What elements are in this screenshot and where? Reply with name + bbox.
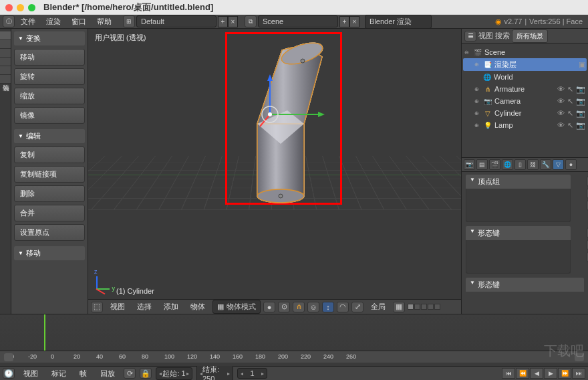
mode-dropdown[interactable]: ▦物体模式 (212, 300, 261, 314)
tl-menu-view[interactable]: 视图 (19, 367, 43, 380)
layer-buttons[interactable] (408, 304, 440, 310)
prop-tab-world[interactable]: 🌐 (502, 159, 513, 170)
vertex-groups-list[interactable] (466, 189, 571, 222)
edit-section-header[interactable]: 编辑 (14, 129, 85, 143)
prop-tab-object[interactable]: ▯ (514, 159, 526, 170)
keyframe-next-button[interactable]: ⏩ (558, 368, 571, 379)
shape-keys-header[interactable]: 形态键 (466, 226, 571, 240)
tab-physics[interactable]: 物理 (0, 66, 11, 75)
scale-button[interactable]: 缩放 (14, 88, 85, 104)
scene-dropdown[interactable]: Scene (258, 15, 338, 27)
editor-type-icon[interactable]: ⓘ (3, 15, 15, 27)
render-icon[interactable]: 📷 (576, 85, 585, 94)
mesh-cylinder[interactable] (234, 37, 341, 212)
tl-menu-marker[interactable]: 标记 (47, 367, 71, 380)
tree-item-camera[interactable]: ⊕ 📷 Camera 👁↖📷 (463, 95, 587, 107)
shape-keys-header-2[interactable]: 形态键 (466, 278, 584, 292)
render-icon[interactable]: 📷 (576, 121, 585, 130)
layout-back-icon[interactable]: ⊞ (123, 15, 135, 27)
layout-add-button[interactable]: + (218, 16, 228, 27)
cursor-icon[interactable]: ↖ (567, 121, 573, 130)
start-frame-input[interactable]: ◂起始: 1▸ (156, 367, 192, 380)
close-icon[interactable] (5, 4, 13, 11)
vp-menu-select[interactable]: 选择 (132, 300, 156, 313)
current-frame-input[interactable]: ◂1▸ (237, 368, 267, 379)
tree-item-world[interactable]: 🌐 World (463, 71, 587, 83)
duplicate-button[interactable]: 复制 (14, 147, 85, 163)
vp-menu-object[interactable]: 物体 (186, 300, 210, 313)
lock-icon[interactable]: 🔒 (140, 368, 152, 379)
play-reverse-button[interactable]: ◀ (530, 368, 543, 379)
translate-button[interactable]: 移动 (14, 49, 85, 66)
minimize-icon[interactable] (17, 4, 24, 11)
play-button[interactable]: ▶ (544, 368, 557, 379)
pivot-icon[interactable]: ⊙ (278, 302, 290, 312)
vp-menu-add[interactable]: 添加 (159, 300, 183, 313)
maximize-icon[interactable] (28, 4, 35, 11)
history-section-header[interactable]: 移动 (14, 246, 85, 260)
timeline-ruler[interactable]: -40 -20 0 20 40 60 80 100 120 140 160 18… (0, 351, 588, 363)
render-icon[interactable]: 📷 (576, 97, 585, 106)
editor-type-icon[interactable]: ⬚ (91, 302, 103, 312)
prop-tab-modifiers[interactable]: 🔧 (540, 159, 551, 170)
cursor-icon[interactable]: ↖ (567, 97, 573, 106)
monkey-icon[interactable]: ☺ (307, 302, 319, 312)
join-button[interactable]: 合并 (14, 205, 85, 221)
vp-menu-view[interactable]: 视图 (106, 300, 130, 313)
timeline-editor-icon[interactable]: 🕐 (3, 368, 15, 379)
outliner-tree[interactable]: ⊖🎬 Scene ⊕ 📑 渲染层 ▣ 🌐 World ⊕ ⋔ Armature … (462, 43, 588, 157)
keyframe-prev-button[interactable]: ⏪ (516, 368, 529, 379)
manipulator-rotate-icon[interactable]: ◠ (337, 302, 349, 312)
tree-scene[interactable]: ⊖🎬 Scene (463, 46, 587, 58)
transform-section-header[interactable]: 变换 (14, 31, 85, 45)
scene-delete-button[interactable]: × (349, 16, 359, 27)
set-origin-button[interactable]: 设置原点 (14, 224, 85, 241)
eye-icon[interactable]: 👁 (557, 121, 565, 130)
timeline-track[interactable] (0, 314, 588, 351)
shape-keys-list[interactable] (466, 240, 571, 274)
shading-solid-icon[interactable]: ● (263, 302, 275, 312)
menu-file[interactable]: 文件 (16, 15, 40, 28)
render-engine-dropdown[interactable]: Blender 渲染 (365, 15, 432, 29)
prop-tab-scene[interactable]: 🎬 (489, 159, 500, 170)
tree-item-renderlayers[interactable]: ⊕ 📑 渲染层 ▣ (463, 58, 587, 71)
playhead[interactable] (44, 314, 45, 351)
vertex-groups-header[interactable]: 顶点组 (466, 175, 571, 189)
tab-grease[interactable]: 装饰 (0, 75, 11, 84)
tab-animation[interactable]: 动画 (0, 58, 11, 66)
layers-icon[interactable]: ▦ (393, 302, 405, 312)
manipulator-translate-icon[interactable]: ↕ (322, 302, 334, 312)
tab-create[interactable]: 创建 (0, 40, 11, 49)
outliner-filter-dropdown[interactable]: 所有场景 (512, 29, 548, 43)
eye-icon[interactable]: 👁 (557, 109, 565, 118)
tl-menu-frame[interactable]: 帧 (75, 367, 92, 380)
prop-tab-data[interactable]: ▽ (553, 159, 564, 170)
tab-tools[interactable]: 工具 (0, 31, 11, 40)
prop-tab-constraints[interactable]: ⛓ (527, 159, 539, 170)
tree-item-armature[interactable]: ⊕ ⋔ Armature 👁↖📷 (463, 83, 587, 95)
sync-icon[interactable]: ⟳ (124, 368, 136, 379)
image-icon[interactable]: ▣ (579, 60, 585, 69)
duplicate-linked-button[interactable]: 复制链接项 (14, 166, 85, 183)
menu-window[interactable]: 窗口 (67, 15, 91, 28)
eye-icon[interactable]: 👁 (557, 85, 565, 94)
mirror-button[interactable]: 镜像 (14, 107, 85, 124)
menu-help[interactable]: 帮助 (92, 15, 116, 28)
tab-relations[interactable]: 关系 (0, 49, 11, 58)
jump-start-button[interactable]: ⏮ (502, 368, 515, 379)
scene-browse-icon[interactable]: ⧉ (245, 15, 257, 27)
screen-layout-dropdown[interactable]: Default (136, 15, 216, 27)
render-icon[interactable]: 📷 (576, 109, 585, 118)
menu-render[interactable]: 渲染 (41, 15, 65, 28)
tree-item-lamp[interactable]: ⊕ 💡 Lamp 👁↖📷 (463, 119, 587, 131)
prop-tab-renderlayers[interactable]: ▤ (476, 159, 488, 170)
outliner-editor-icon[interactable]: ≣ (464, 31, 476, 41)
cursor-icon[interactable]: ↖ (567, 109, 573, 118)
hscroll-grip[interactable] (575, 353, 584, 361)
prop-tab-render[interactable]: 📷 (464, 159, 475, 170)
orientation-dropdown[interactable]: 全局 (366, 300, 390, 313)
tree-item-cylinder[interactable]: ⊕ ▽ Cylinder 👁↖📷 (463, 107, 587, 119)
outliner-view-menu[interactable]: 视图 (478, 31, 493, 41)
3d-viewport[interactable]: 用户视图 (透视) (88, 29, 461, 314)
cursor-icon[interactable]: ↖ (567, 85, 573, 94)
